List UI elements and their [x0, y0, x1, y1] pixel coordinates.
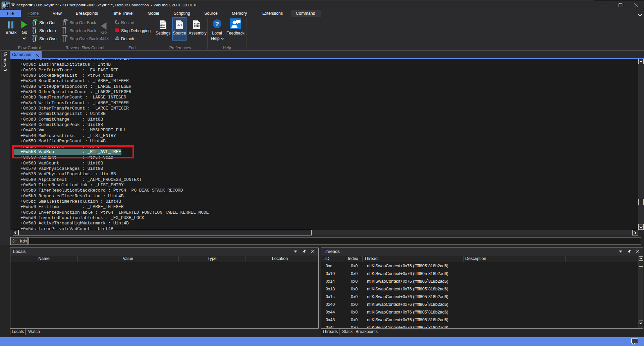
svg-text:</>: </> — [177, 24, 182, 27]
svg-text:I0I0I: I0I0I — [194, 25, 201, 27]
svg-text:?: ? — [215, 20, 219, 27]
